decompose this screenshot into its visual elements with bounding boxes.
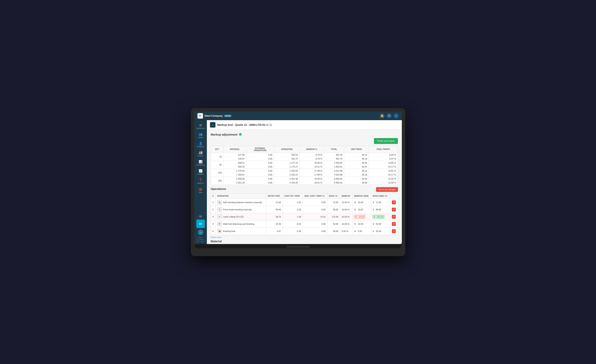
ops-col-operation: OPERATION	[216, 193, 266, 199]
user-avatar[interactable]: 👤	[394, 113, 399, 118]
mu-cell: 17.38 %	[299, 169, 324, 173]
sidebar-item-relations[interactable]: 👤 Relations	[194, 140, 207, 149]
mat-adj-cell: 2 601.33	[224, 181, 246, 185]
ops-reset-button-5[interactable]: ↺	[392, 229, 396, 233]
content-area: ‹ Markup tool - Quote 12 - 4INN-LTD-01-1…	[207, 120, 402, 244]
notifications-icon[interactable]: 🔔	[380, 113, 385, 118]
op-cell: 333.53	[274, 153, 300, 157]
ops-name: 📦 Packing final	[216, 227, 266, 235]
page-header: ‹ Markup tool - Quote 12 - 4INN-LTD-01-1…	[207, 120, 402, 130]
topbar: SC Steel Company DEMO 🔔 ⚙ 👤	[194, 112, 402, 120]
ops-rate-used: € 98.00	[371, 206, 390, 213]
ops-markup: 15.00 %	[340, 206, 352, 213]
ext-adj-cell: 0.00	[246, 181, 274, 185]
ops-table-row-highlighted: 3 ✂ Laser cutting 2D CO2 28.75 1.28 14.3	[211, 213, 398, 220]
mu-cell: 18.09 %	[299, 177, 324, 181]
mu-adj-cell: 8.78 %	[299, 157, 324, 161]
ops-rate: 72.00	[327, 199, 340, 206]
ops-reset-cell: ↺	[390, 213, 398, 220]
ops-reset-cell: ↺	[390, 227, 398, 235]
ops-setup: 40.83	[266, 206, 283, 213]
sidebar-item-monitoring[interactable]: 📊 Monitoring	[194, 158, 207, 167]
company-logo: SC	[197, 113, 203, 119]
mat-cell: 2 558.05	[224, 177, 246, 181]
col-total: TOTAL	[324, 146, 344, 153]
ops-col-cost-part: COST OP. / PART	[283, 193, 303, 199]
sidebar-item-whatif[interactable]: ❓ What if?	[194, 177, 207, 186]
ops-reset-button-3[interactable]: ↺	[392, 215, 396, 219]
ops-num: 4	[211, 220, 216, 227]
ops-cost-part: 2.28	[283, 206, 303, 213]
col-markup: MARKUP %	[299, 146, 324, 153]
ops-markup-used-highlight[interactable]: % 10.00	[354, 215, 365, 218]
up-adj-cell: 36.47	[344, 165, 369, 169]
ops-table-row: 2 🔧 Press brake bending (manual) 40.83 2…	[211, 206, 398, 213]
ops-num: 1	[211, 199, 216, 206]
ops-num: 3	[211, 213, 216, 220]
ops-add-cost: 0.00	[303, 220, 327, 227]
ops-reset-button-2[interactable]: ↺	[392, 208, 396, 211]
dashboard-icon: ⊞	[199, 123, 202, 127]
mu-adj-cell: 17.88 %	[299, 173, 324, 177]
qty-cell: 200	[211, 177, 224, 185]
ops-add-cost: 14.31	[303, 213, 327, 220]
ops-col-action	[390, 193, 398, 199]
op-cell: 2 232.04	[274, 169, 300, 173]
tot-adj-cell: 461.79	[324, 157, 344, 161]
col-operation: OPERATION	[274, 146, 300, 153]
express-estimator-button[interactable]: EE	[196, 219, 205, 228]
table-row-adjusted: 1 300.67 0.00 2 225.21 17.88 % 3 525.88 …	[211, 173, 398, 177]
up-adj-cell: 35.26	[344, 173, 369, 177]
ops-rate-used-highlight[interactable]: € 165.00	[373, 215, 384, 218]
operations-table: # OPERATION SETUP COST COST OP. / PART A…	[211, 193, 398, 235]
finish-return-button[interactable]: Finish and return	[374, 138, 398, 144]
ext-adj-cell: 0.00	[246, 165, 274, 169]
ops-rate: 56.00	[327, 227, 340, 235]
settings-icon[interactable]: ⚙	[387, 113, 392, 118]
qty-cell: 10	[211, 153, 224, 161]
sidebar-item-dashboard[interactable]: ⊞ Dashboard	[194, 122, 207, 131]
op-icon-3: ✂	[217, 214, 222, 219]
analytics-icon: 📈	[199, 169, 202, 173]
op-adj-cell: 1 173.27	[274, 165, 300, 169]
reset-all-button[interactable]: Reset all changes	[376, 187, 398, 192]
sidebar-item-factory[interactable]: 🏭 Factory	[194, 149, 207, 158]
up-cell: 46.14	[344, 153, 369, 157]
material-section-header: Material	[211, 240, 398, 243]
demo-badge: DEMO	[224, 115, 231, 117]
markup-section-header: Markup adjustment	[211, 133, 398, 136]
col-final-profit: FINAL PROFIT	[369, 146, 398, 153]
fp-cell: 15.32 %	[369, 177, 398, 181]
table-row: 50 639.51 0.00 1 177.31 16.08 % 1 816.82…	[211, 161, 398, 165]
laptop-base	[194, 244, 402, 248]
topbar-icons: 🔔 ⚙ 👤	[380, 113, 399, 118]
ops-name: ✂ Laser cutting 2D CO2	[216, 213, 266, 220]
assets-icon: 👥	[199, 132, 202, 136]
sidebar-item-analytics[interactable]: 📈 Analytics	[194, 167, 207, 177]
col-ext-ops: EXTERNALOPERATIONS	[246, 146, 274, 153]
ops-setup: 4.67	[266, 227, 283, 235]
table-row: 10 127.90 0.00 333.53 8.70 % 461.43 46.1…	[211, 153, 398, 157]
mat-adj-cell: 1 300.67	[224, 173, 246, 177]
tot-cell: 3 511.06	[324, 169, 344, 173]
markup-toolbar: Finish and return	[211, 138, 398, 146]
mail-icon[interactable]: ✉	[199, 214, 202, 219]
op-icon-5: 📦	[217, 229, 222, 233]
back-button[interactable]: ‹	[210, 122, 216, 128]
ext-cell: 0.00	[246, 169, 274, 173]
ops-reset-button-4[interactable]: ↺	[392, 222, 396, 226]
laptop-notch	[286, 246, 310, 248]
sidebar-collapse-button[interactable]: ›	[198, 230, 203, 235]
sidebar-item-assets[interactable]: 👥 Assets	[194, 131, 207, 140]
sidebar-item-jobs[interactable]: 💼 Jobs	[194, 186, 207, 195]
ops-cost-part: 1.28	[283, 213, 303, 220]
ops-setup: 12.00	[266, 199, 283, 206]
ops-markup: 15.00 %	[340, 213, 352, 220]
show-more-link[interactable]: Show more	[211, 236, 222, 238]
ops-rate-used: € 56.00	[371, 227, 390, 235]
op-adj-cell: 331.72	[274, 157, 300, 161]
ext-cell: 0.00	[246, 161, 274, 165]
table-row-adjusted: 650.33 0.00 1 173.27 16.51 % 1 823.61 36…	[211, 165, 398, 169]
ops-reset-button-1[interactable]: ↺	[392, 200, 396, 204]
ops-col-rate: RATE / H.	[327, 193, 340, 199]
